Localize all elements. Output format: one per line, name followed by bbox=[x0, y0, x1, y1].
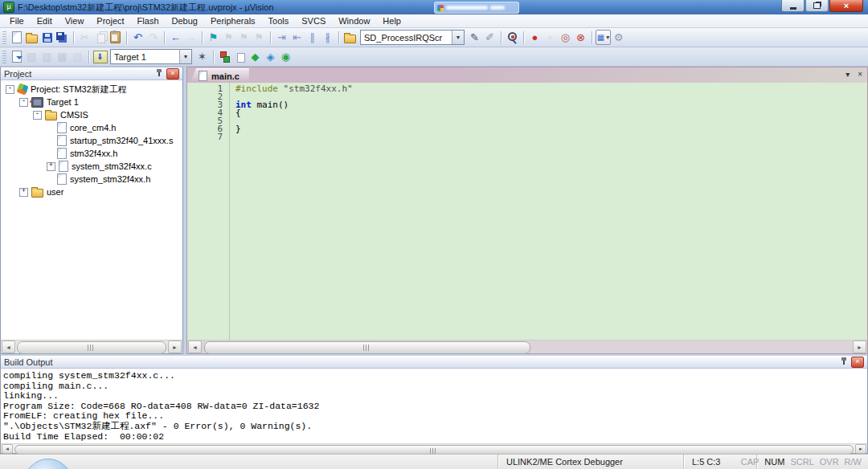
kill-all-breakpoints-button[interactable]: ⊗ bbox=[573, 30, 588, 45]
tree-expander-minus-icon[interactable]: - bbox=[19, 98, 28, 107]
tab-list-dropdown-button[interactable]: ▾ bbox=[845, 70, 850, 80]
tree-node[interactable]: +user bbox=[1, 186, 182, 198]
find-in-files-button[interactable] bbox=[342, 30, 358, 45]
pin-icon[interactable] bbox=[841, 357, 847, 366]
redo-button[interactable]: ↷ bbox=[145, 30, 161, 45]
code-line[interactable]: 6} bbox=[187, 125, 867, 133]
select-software-packs-button[interactable]: ◈ bbox=[263, 49, 278, 64]
disable-all-breakpoints-button[interactable]: ◎ bbox=[558, 30, 573, 45]
menu-file[interactable]: File bbox=[3, 15, 31, 27]
find-combobox[interactable]: SD_ProcessIRQScr ▾ bbox=[360, 30, 465, 45]
code-line[interactable]: 7 bbox=[187, 133, 867, 141]
code-line[interactable]: 2 bbox=[187, 93, 867, 101]
menu-view[interactable]: View bbox=[59, 15, 91, 27]
tree-expander-plus-icon[interactable]: + bbox=[19, 188, 28, 197]
find-button[interactable]: ✎ bbox=[467, 30, 482, 45]
manage-run-time-environment-button[interactable]: ◆ bbox=[248, 49, 263, 64]
build-button[interactable]: ▤ bbox=[24, 49, 39, 64]
tree-expander-plus-icon[interactable]: + bbox=[47, 162, 55, 171]
enable-disable-breakpoint-button[interactable]: ● bbox=[542, 30, 558, 45]
tree-node[interactable]: startup_stm32f40_41xxx.s bbox=[1, 134, 182, 147]
editor-horizontal-scrollbar[interactable]: ◄ ► bbox=[187, 340, 867, 353]
manage-project-items-button[interactable] bbox=[217, 49, 232, 64]
translate-file-button[interactable] bbox=[9, 49, 24, 64]
restore-button[interactable] bbox=[805, 0, 829, 12]
comment-selection-button[interactable]: ∥ bbox=[305, 30, 320, 45]
build-output-text[interactable]: compiling system_stm32f4xx.c...compiling… bbox=[1, 369, 867, 443]
menu-window[interactable]: Window bbox=[332, 15, 376, 27]
build-output-close-button[interactable]: × bbox=[851, 357, 864, 368]
menu-project[interactable]: Project bbox=[90, 15, 130, 27]
scroll-left-icon[interactable]: ◄ bbox=[188, 341, 202, 353]
scrollbar-thumb[interactable] bbox=[14, 445, 854, 455]
tree-expander-minus-icon[interactable]: - bbox=[6, 85, 14, 94]
tab-close-button[interactable]: × bbox=[858, 70, 862, 80]
minimize-button[interactable] bbox=[781, 0, 805, 12]
tree-node[interactable]: -Project: STM32新建工程 bbox=[1, 83, 182, 96]
paste-button[interactable] bbox=[108, 30, 123, 45]
target-combobox[interactable]: Target 1 ▾ bbox=[110, 49, 192, 64]
debug-windows-button[interactable] bbox=[596, 30, 611, 45]
scroll-right-icon[interactable]: ► bbox=[853, 341, 866, 353]
toggle-bookmark-button[interactable]: ⚑ bbox=[206, 30, 221, 45]
project-horizontal-scrollbar[interactable]: ◄ ► bbox=[1, 340, 182, 353]
toolbar-drag-handle[interactable] bbox=[2, 31, 6, 44]
manage-file-extensions-button[interactable] bbox=[232, 49, 248, 64]
tree-node[interactable]: system_stm32f4xx.h bbox=[1, 173, 182, 186]
undo-button[interactable]: ↶ bbox=[130, 30, 145, 45]
tree-node[interactable]: +system_stm32f4xx.c bbox=[1, 160, 182, 173]
tree-node[interactable]: -CMSIS bbox=[1, 108, 182, 121]
navigate-forward-button[interactable]: → bbox=[183, 30, 199, 45]
pin-icon[interactable] bbox=[156, 69, 162, 78]
scrollbar-track[interactable] bbox=[203, 341, 852, 353]
build-output-horizontal-scrollbar[interactable]: ◄ ► bbox=[1, 443, 867, 453]
toolbar-drag-handle[interactable] bbox=[2, 51, 6, 63]
menu-debug[interactable]: Debug bbox=[166, 15, 204, 27]
tree-node[interactable]: stm32f4xx.h bbox=[1, 147, 182, 160]
download-load-button[interactable] bbox=[92, 49, 108, 64]
stop-build-button[interactable]: ▧ bbox=[70, 49, 85, 64]
menu-flash[interactable]: Flash bbox=[131, 15, 166, 27]
next-bookmark-button[interactable]: ⚑ bbox=[236, 30, 252, 45]
tree-node[interactable]: -Target 1 bbox=[1, 96, 182, 108]
target-combobox-dropdown-button[interactable]: ▾ bbox=[179, 50, 191, 63]
batch-build-button[interactable]: ▦ bbox=[55, 49, 70, 64]
menu-tools[interactable]: Tools bbox=[262, 15, 296, 27]
cut-button[interactable]: ✂ bbox=[77, 30, 92, 45]
copy-button[interactable] bbox=[92, 30, 108, 45]
open-file-button[interactable] bbox=[24, 30, 39, 45]
scroll-right-icon[interactable]: ► bbox=[168, 341, 182, 353]
menu-edit[interactable]: Edit bbox=[31, 15, 59, 27]
project-panel-close-button[interactable]: × bbox=[166, 68, 179, 80]
scrollbar-track[interactable] bbox=[16, 341, 167, 353]
start-stop-debug-session-button[interactable] bbox=[505, 30, 520, 45]
pack-installer-button[interactable]: ◉ bbox=[278, 49, 293, 64]
navigate-back-button[interactable]: ← bbox=[168, 30, 183, 45]
rebuild-all-button[interactable]: ▥ bbox=[39, 49, 55, 64]
scrollbar-thumb[interactable] bbox=[17, 341, 166, 354]
indent-button[interactable]: ⇥ bbox=[274, 30, 289, 45]
incremental-find-button[interactable]: ✐ bbox=[482, 30, 497, 45]
options-for-target-button[interactable]: ✶ bbox=[194, 49, 210, 64]
save-button[interactable] bbox=[39, 30, 55, 45]
tree-node[interactable]: core_cm4.h bbox=[1, 121, 182, 134]
previous-bookmark-button[interactable]: ⚑ bbox=[221, 30, 236, 45]
scroll-left-icon[interactable]: ◄ bbox=[2, 341, 15, 353]
outdent-button[interactable]: ⇤ bbox=[289, 30, 305, 45]
code-line[interactable]: 4{ bbox=[187, 109, 867, 117]
menu-peripherals[interactable]: Peripherals bbox=[204, 15, 262, 27]
tab-main-c[interactable]: main.c bbox=[190, 68, 249, 83]
code-editor[interactable]: 1#include "stm32f4xx.h"23int main()4{56}… bbox=[187, 83, 867, 340]
scroll-right-icon[interactable]: ► bbox=[855, 444, 866, 454]
scrollbar-track[interactable] bbox=[14, 445, 854, 453]
scroll-left-icon[interactable]: ◄ bbox=[2, 444, 13, 454]
save-all-button[interactable] bbox=[55, 30, 70, 45]
configuration-wrench-button[interactable]: ⚙ bbox=[611, 30, 626, 45]
close-button[interactable]: × bbox=[829, 0, 863, 12]
code-line[interactable]: 1#include "stm32f4xx.h" bbox=[187, 85, 867, 93]
menu-help[interactable]: Help bbox=[376, 15, 407, 27]
clear-all-bookmarks-button[interactable]: ⚑ bbox=[252, 30, 267, 45]
find-combobox-dropdown-button[interactable]: ▾ bbox=[452, 31, 464, 44]
windows-start-orb[interactable] bbox=[24, 459, 72, 469]
insert-remove-breakpoint-button[interactable]: ● bbox=[527, 30, 542, 45]
